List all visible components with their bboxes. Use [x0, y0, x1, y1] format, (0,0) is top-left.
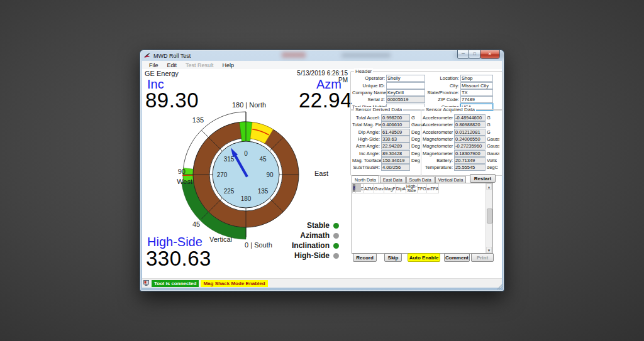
print-button[interactable]: Print — [471, 253, 494, 262]
readings-grid: # INC AZM Grav MagF DipA High-Side TFO m… — [352, 183, 493, 254]
mag-z-value[interactable] — [454, 150, 486, 157]
scroll-up-arrow[interactable]: ▲ — [486, 183, 492, 190]
azm-angle-label: Azm Angle: — [352, 143, 381, 149]
light-inclination-label: Inclination — [292, 241, 330, 250]
background-window-artifact — [341, 53, 391, 58]
total-accel-value[interactable] — [381, 114, 410, 121]
menu-edit[interactable]: Edit — [163, 62, 182, 68]
azm-angle-value[interactable] — [381, 143, 410, 149]
grid-vertical-scrollbar[interactable]: ▲ ▼ — [486, 183, 492, 253]
status-lights: Stable Azimath Inclination High-Side — [254, 220, 339, 261]
mode-status-badge: Mag Shack Mode Enabled — [201, 280, 267, 287]
temperature-unit: degC — [487, 165, 498, 170]
location-field[interactable] — [460, 75, 493, 82]
svg-text:225: 225 — [224, 188, 235, 195]
svg-text:45: 45 — [259, 156, 267, 163]
svg-text:0: 0 — [244, 150, 248, 157]
high-side-label: High-Side: — [352, 136, 381, 142]
total-accel-label: Total Accel: — [352, 115, 381, 121]
light-stable-label: Stable — [307, 221, 330, 230]
sensor-acquired-title: Sensor Acquired Data — [425, 107, 476, 112]
stable-indicator-dot — [333, 223, 339, 229]
temperature-value[interactable] — [454, 164, 486, 171]
tab-vertical-data[interactable]: Vertical Data — [435, 176, 467, 183]
auto-enable-button[interactable]: Auto Enable — [408, 253, 440, 262]
label-135: 135 — [192, 116, 204, 124]
menubar: File Edit Test Result Help — [142, 61, 502, 70]
company-name-field[interactable] — [386, 89, 425, 96]
app-icon — [144, 53, 151, 58]
label-east: East — [314, 170, 328, 177]
header-groupbox-title: Header — [354, 68, 373, 74]
table-cell[interactable] — [360, 184, 361, 192]
close-button[interactable]: ✕ — [480, 50, 500, 59]
mag-x-label: Magnetometer X: — [423, 136, 454, 142]
col-grav: Grav — [374, 184, 384, 193]
zip-code-field[interactable] — [460, 96, 493, 103]
mag-toolface-value[interactable] — [381, 157, 410, 164]
restart-button[interactable]: Restart — [470, 174, 496, 183]
inc-angle-value[interactable] — [381, 150, 410, 157]
total-mag-field-value[interactable] — [381, 121, 410, 128]
desktop: { "window": { "title": "MWD Roll Test" }… — [0, 0, 644, 341]
serial-number-field[interactable] — [386, 96, 425, 103]
window-title: MWD Roll Test — [153, 53, 191, 59]
mag-y-value[interactable] — [454, 143, 486, 149]
mag-z-unit: Gauss — [487, 151, 499, 156]
record-button[interactable]: Record — [353, 253, 377, 262]
total-mag-field-label: Total Mag. Field: — [352, 122, 381, 127]
tool-connection-icon — [143, 280, 150, 286]
col-dipa: DipA — [396, 184, 406, 193]
tab-north-data[interactable]: North Data — [352, 175, 379, 183]
inc-angle-unit: Deg — [411, 151, 420, 156]
operator-label: Operator: — [352, 75, 386, 81]
menu-help[interactable]: Help — [218, 62, 239, 68]
state-province-field[interactable] — [460, 89, 493, 96]
light-azimath: Azimath — [254, 230, 339, 241]
svg-text:180: 180 — [241, 195, 252, 202]
label-vertical: Vertical — [209, 235, 232, 243]
col-highside: High-Side — [406, 184, 418, 193]
client-area: GE Energy 5/13/2019 6:26:15 PM Inc 89.30… — [142, 69, 502, 279]
accel-y-value[interactable] — [454, 121, 486, 128]
light-inclination: Inclination — [254, 241, 339, 251]
scrollbar-thumb[interactable] — [487, 208, 492, 224]
titlebar[interactable]: MWD Roll Test ─ □ ✕ — [140, 50, 504, 61]
maximize-button[interactable]: □ — [469, 50, 480, 59]
mag-x-value[interactable] — [454, 136, 486, 143]
highside-indicator-dot — [333, 253, 339, 259]
light-highside-label: High-Side — [294, 251, 330, 260]
tab-south-data[interactable]: South Data — [406, 176, 435, 183]
battery-value[interactable] — [454, 157, 486, 164]
comment-button[interactable]: Comment — [444, 253, 470, 262]
sust-susr-label: SuST/SuSR: — [352, 165, 381, 170]
tab-east-data[interactable]: East Data — [380, 176, 406, 183]
accel-x-value[interactable] — [454, 114, 486, 121]
city-field[interactable] — [460, 82, 493, 89]
table-row: 8 — [352, 183, 361, 192]
resize-grip[interactable] — [496, 283, 502, 290]
sust-susr-value[interactable] — [381, 164, 410, 171]
status-bar: Tool is connected Mag Shack Mode Enabled — [142, 278, 502, 288]
high-side-value[interactable] — [381, 136, 410, 143]
menu-file[interactable]: File — [145, 62, 163, 68]
unique-id-label: Unique ID: — [352, 83, 386, 89]
mag-toolface-unit: Deg — [411, 158, 420, 163]
scroll-down-arrow[interactable]: ▼ — [486, 247, 492, 253]
grid-header-row: # INC AZM Grav MagF DipA High-Side TFO m… — [352, 183, 439, 193]
skip-button[interactable]: Skip — [384, 253, 402, 262]
dip-angle-value[interactable] — [381, 129, 410, 136]
col-mtfa: mTFA — [426, 184, 439, 193]
unique-id-field[interactable] — [386, 82, 425, 89]
serial-number-label: Serial #: — [352, 97, 386, 102]
sensor-acquired-groupbox: Sensor Acquired Data Accelerometer X:G A… — [421, 109, 503, 176]
label-45: 45 — [192, 220, 200, 228]
light-stable: Stable — [254, 220, 339, 230]
accel-z-value[interactable] — [454, 129, 486, 136]
minimize-button[interactable]: ─ — [457, 50, 469, 59]
operator-field[interactable] — [386, 75, 425, 82]
accel-y-unit: G — [487, 122, 491, 127]
company-branding: GE Energy — [145, 70, 179, 77]
accel-x-label: Accelerometer X: — [423, 115, 454, 121]
menu-test-result[interactable]: Test Result — [181, 62, 218, 68]
